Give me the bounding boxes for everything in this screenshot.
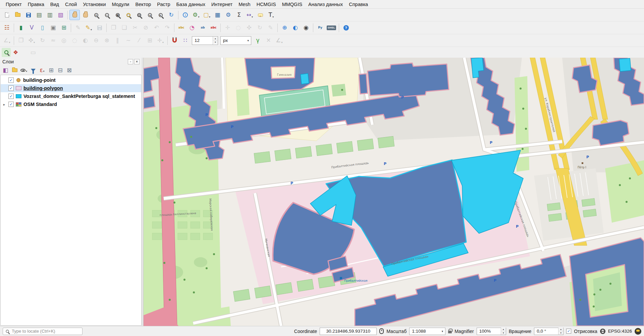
filter-legend[interactable]: [29, 66, 37, 74]
menu-item-12[interactable]: HCMGIS: [254, 1, 279, 8]
zoom-to-layer[interactable]: ▤: [134, 10, 144, 20]
new-geopackage-layer[interactable]: ▮: [16, 22, 26, 33]
search-radius-spin[interactable]: 12▲▼: [192, 36, 218, 45]
save-project[interactable]: [23, 10, 34, 20]
remove-layer-group[interactable]: ⊠: [65, 66, 73, 74]
zoom-out[interactable]: −: [102, 10, 112, 20]
zoom-last[interactable]: ◂: [145, 10, 155, 20]
menu-item-9[interactable]: База данных: [173, 1, 208, 8]
zoom-next[interactable]: ▸: [155, 10, 166, 20]
menu-item-7[interactable]: Вектор: [132, 1, 154, 8]
menu-item-1[interactable]: Проект: [3, 1, 25, 8]
layer-expander-icon[interactable]: ▸: [2, 103, 6, 106]
data-source-manager[interactable]: ☷: [2, 22, 12, 33]
style-manager[interactable]: ▧: [55, 10, 66, 20]
python-console[interactable]: Py: [315, 22, 325, 33]
select-features[interactable]: ▢▾: [202, 10, 212, 20]
menu-item-6[interactable]: Модули: [109, 1, 132, 8]
menu-item-14[interactable]: Анализ данных: [305, 1, 346, 8]
identify-features[interactable]: i: [180, 10, 191, 20]
layer-item-osm[interactable]: ▸✓OSM Standard: [1, 100, 141, 108]
add-group[interactable]: [10, 66, 19, 74]
zoom-full-extent[interactable]: ▣: [112, 10, 123, 20]
show-layout-manager[interactable]: ▥: [45, 10, 55, 20]
run-feature-action[interactable]: ⚙▾: [191, 10, 201, 20]
scale-combobox[interactable]: 1:1088 ▾: [409, 328, 445, 335]
zoom-in[interactable]: +: [91, 10, 101, 20]
new-print-layout[interactable]: ▤: [34, 10, 44, 20]
statistical-summary[interactable]: Σ: [234, 10, 244, 20]
layer-checkbox[interactable]: ✓: [8, 94, 14, 99]
new-shapefile-layer[interactable]: V: [26, 22, 37, 33]
panel-float-button[interactable]: ▫: [128, 59, 133, 64]
spin-arrows[interactable]: ▲▼: [501, 328, 506, 335]
menu-item-8[interactable]: Растр: [154, 1, 173, 8]
vertex-markers[interactable]: ∷: [180, 35, 191, 46]
layer-item-vozrast[interactable]: ✓Vozrast_domov_SanktPeterburga sql_state…: [1, 92, 141, 100]
snapping-options[interactable]: [169, 35, 180, 46]
layer-checkbox[interactable]: ✓: [8, 77, 14, 83]
messages-icon[interactable]: [635, 328, 641, 335]
coordinate-extent-toggle-icon[interactable]: [379, 328, 384, 334]
menu-item-15[interactable]: Справка: [346, 1, 371, 8]
menu-item-5[interactable]: Установки: [80, 1, 109, 8]
menu-item-2[interactable]: Правка: [25, 1, 47, 8]
decorations[interactable]: ⊕: [279, 22, 290, 33]
magnifier-spinbox[interactable]: 100% ▲▼: [477, 328, 506, 335]
hcmgis-locate[interactable]: [2, 48, 11, 57]
map-canvas[interactable]: PPP PPP PPP Гимназия: [144, 58, 644, 326]
menu-item-13[interactable]: MMQGIS: [279, 1, 305, 8]
processing-toolbox[interactable]: ⚙: [223, 10, 233, 20]
paste-features: ❏: [119, 22, 129, 33]
crs-label[interactable]: EPSG:4326: [608, 329, 632, 334]
layer-item-building-point[interactable]: ✓building-point: [1, 76, 141, 84]
map-tips[interactable]: [255, 10, 266, 20]
render-checkbox[interactable]: ✓: [566, 329, 571, 334]
current-edits[interactable]: ✎▾: [84, 22, 94, 33]
new-temporary-scratch-layer[interactable]: ▣: [48, 22, 58, 33]
enable-tracing[interactable]: γ: [253, 35, 263, 46]
expand-all[interactable]: ⊞: [47, 66, 55, 74]
metasearch[interactable]: ◐: [290, 22, 301, 33]
open-layer-styling-panel[interactable]: ◧: [1, 66, 10, 74]
panel-close-button[interactable]: ✕: [134, 59, 140, 64]
mmqgis-geocode[interactable]: ❖: [11, 48, 20, 57]
measure-line[interactable]: ↔▾: [245, 10, 255, 20]
menu-item-11[interactable]: Mesh: [235, 1, 253, 8]
layer-checkbox[interactable]: ✓: [8, 86, 14, 91]
zoom-to-selection[interactable]: ▢: [123, 10, 133, 20]
crs-globe-icon[interactable]: [600, 329, 605, 334]
spin-arrows[interactable]: ▲▼: [213, 37, 218, 45]
help[interactable]: ?: [341, 22, 351, 33]
manage-map-themes[interactable]: ▾: [19, 66, 28, 74]
units-select[interactable]: px▾: [220, 36, 251, 45]
refresh-map[interactable]: ↻: [166, 10, 176, 20]
open-attribute-table[interactable]: ▦: [212, 10, 223, 20]
menu-item-10[interactable]: Интернет: [208, 1, 235, 8]
text-annotation[interactable]: T▾: [266, 10, 276, 20]
hide-labels[interactable]: abc: [208, 22, 219, 33]
locate-input[interactable]: [3, 328, 83, 335]
layer-diagrams[interactable]: ◔: [187, 22, 197, 33]
pan-map[interactable]: [69, 10, 80, 20]
layer-item-building-polygon[interactable]: ✓building-polygon: [1, 84, 141, 92]
pan-to-selection[interactable]: [80, 10, 91, 20]
new-project[interactable]: [2, 10, 12, 20]
layer-labeling[interactable]: abc: [176, 22, 186, 33]
ghsl-tools[interactable]: GHSL: [326, 22, 337, 33]
collapse-all-icon: ⊟: [58, 67, 62, 73]
layer-checkbox[interactable]: ✓: [8, 102, 14, 107]
collapse-all[interactable]: ⊟: [56, 66, 64, 74]
labeling-single[interactable]: ab: [198, 22, 208, 33]
new-virtual-layer[interactable]: ⊞: [59, 22, 69, 33]
open-project[interactable]: [12, 10, 23, 20]
coordinate-value-box[interactable]: 30.218486,59.937310: [320, 328, 377, 335]
rotation-spinbox[interactable]: 0,0 ° ▲▼: [534, 328, 564, 335]
lock-scale-icon[interactable]: [448, 331, 452, 333]
spin-arrows[interactable]: ▲▼: [558, 328, 563, 335]
menu-item-4[interactable]: Слой: [62, 1, 80, 8]
qgis2web[interactable]: ◉: [301, 22, 311, 33]
filter-by-expression[interactable]: ε▾: [38, 66, 46, 74]
menu-item-3[interactable]: Вид: [47, 1, 62, 8]
new-spatialite-layer[interactable]: ▯: [37, 22, 48, 33]
